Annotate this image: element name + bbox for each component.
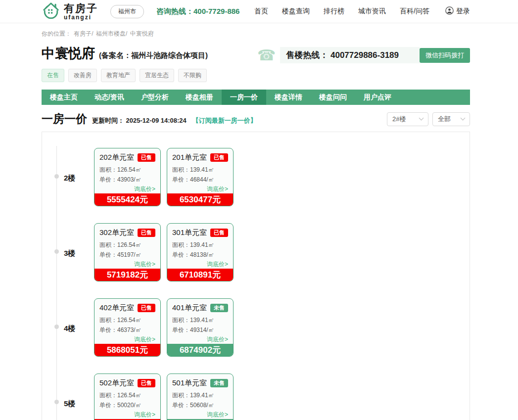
status-badge: 已售 [138,304,155,312]
unit-price-value: 50020/㎡ [117,402,141,409]
logo-title: 有房子 [64,3,98,13]
unit-price-label: 单价： [99,402,117,409]
unit-filter-value: 全部 [438,115,451,124]
login-button[interactable]: 登录 [445,6,470,16]
tab-floorplan-analysis[interactable]: 户型分析 [133,90,177,105]
total-price: 6530477元 [167,193,233,206]
area-value: 126.54㎡ [117,317,141,324]
wechat-scan-call-button[interactable]: 微信扫码拨打 [420,48,470,63]
area-label: 面积： [172,241,190,248]
area-label: 面积： [99,166,117,173]
logo-subtitle: ufangzi [64,14,98,20]
tab-photo-album[interactable]: 楼盘相册 [177,90,222,105]
unit-price-value: 46844/㎡ [190,176,214,183]
nav-item-home[interactable]: 首页 [254,7,268,16]
area-label: 面积： [99,317,117,324]
floor-label: 2楼 [64,174,75,183]
floor-label: 4楼 [64,324,75,333]
inquiry-link[interactable]: 询底价> [172,411,228,419]
inquiry-link[interactable]: 询底价> [99,260,155,269]
inquiry-link[interactable]: 询底价> [99,411,155,419]
floor-row-3: 3楼 302单元室 已售 面积：126.54㎡ 单价：45197/㎡ 询底价> … [42,223,470,298]
area-value: 139.41㎡ [190,241,214,248]
total-price: 5555424元 [94,193,160,206]
tab-home[interactable]: 楼盘主页 [42,90,86,105]
unit-title: 502单元室 [99,378,134,388]
unit-price-value: 50608/㎡ [190,402,214,409]
breadcrumb-item-home[interactable]: 有房子/ [74,30,93,37]
unit-title: 202单元室 [99,153,134,162]
inquiry-link[interactable]: 询底价> [172,335,228,344]
unit-title: 402单元室 [99,303,134,313]
phone-icon: ☎ [257,48,276,63]
page-title: 中寰悦府 [42,45,95,62]
update-time: 更新时间： 2025-12-09 14:08:24 [92,116,187,125]
total-price: 5719182元 [94,269,160,281]
floor-row-4: 4楼 402单元室 已售 面积：126.54㎡ 单价：46373/㎡ 询底价> … [42,298,470,373]
unit-card-502[interactable]: 502单元室 已售 面积：126.54㎡ 单价：50020/㎡ 询底价> 632… [94,373,161,420]
section-head: 一房一价 更新时间： 2025-12-09 14:08:24 【订阅最新一房一价… [42,111,470,127]
tab-news[interactable]: 动态/资讯 [86,90,133,105]
inquiry-link[interactable]: 询底价> [99,335,155,344]
breadcrumb-item-city-listings[interactable]: 福州市楼盘/ [96,30,127,37]
tab-qa[interactable]: 楼盘问问 [311,90,355,105]
area-value: 126.54㎡ [117,241,141,248]
unit-price-label: 单价： [172,251,190,258]
unit-card-201[interactable]: 201单元室 已售 面积：139.41㎡ 单价：46844/㎡ 询底价> 653… [167,148,234,206]
area-label: 面积： [99,392,117,399]
status-badge: 已售 [210,153,228,162]
tag-no-restriction: 不限购 [178,69,207,82]
inquiry-link[interactable]: 询底价> [172,260,228,269]
city-selector[interactable]: 福州市 [110,5,144,18]
tab-reviews[interactable]: 用户点评 [355,90,400,105]
floor-dot [54,400,59,404]
unit-card-301[interactable]: 301单元室 已售 面积：139.41㎡ 单价：48138/㎡ 询底价> 671… [167,223,234,281]
property-tab-bar: 楼盘主页 动态/资讯 户型分析 楼盘相册 一房一价 楼盘详情 楼盘问问 用户点评 [42,90,470,105]
unit-filter-select[interactable]: 全部 [432,112,470,126]
unit-title: 501单元室 [172,378,207,388]
status-badge: 已售 [210,229,228,237]
floor-dot [54,174,59,179]
unit-price-label: 单价： [172,176,190,183]
status-badge: 已售 [138,153,155,162]
nav-item-wiki-qa[interactable]: 百科/问答 [400,7,429,16]
tab-details[interactable]: 楼盘详情 [266,90,311,105]
subscribe-link[interactable]: 【订阅最新一房一价】 [192,116,257,125]
nav-item-search[interactable]: 楼盘查询 [282,7,310,16]
unit-title: 301单元室 [172,228,207,237]
unit-price-panel: 2楼 202单元室 已售 面积：126.54㎡ 单价：43903/㎡ 询底价> … [42,132,470,420]
unit-card-501[interactable]: 501单元室 未售 面积：139.41㎡ 单价：50608/㎡ 询底价> 705… [167,373,234,420]
user-icon [445,6,454,16]
tag-livable: 宜居生态 [140,69,174,82]
floor-dot [54,325,59,329]
property-header: 中寰悦府 (备案名：福州斗池路综合体项目) 在售 改善房 教育地产 宜居生态 不… [42,45,470,82]
nav-item-city-news[interactable]: 城市资讯 [358,7,386,16]
area-value: 126.54㎡ [117,392,141,399]
logo[interactable]: 有房子 ufangzi [42,1,98,22]
unit-title: 201单元室 [172,153,207,162]
top-bar: 有房子 ufangzi 福州市 咨询热线：400-7729-886 首页 楼盘查… [0,0,518,23]
unit-price-value: 49314/㎡ [190,327,214,333]
unit-price-label: 单价： [172,327,190,333]
unit-card-402[interactable]: 402单元室 已售 面积：126.54㎡ 单价：46373/㎡ 询底价> 586… [94,298,161,357]
building-filter-value: 2#楼 [392,115,406,124]
unit-card-302[interactable]: 302单元室 已售 面积：126.54㎡ 单价：45197/㎡ 询底价> 571… [94,223,161,281]
floor-label: 3楼 [64,249,75,258]
chevron-down-icon [461,116,466,121]
floor-dot [54,249,59,254]
status-badge: 已售 [138,229,155,237]
inquiry-link[interactable]: 询底价> [99,185,155,193]
area-label: 面积： [99,241,117,248]
inquiry-link[interactable]: 询底价> [172,185,228,193]
area-value: 139.41㎡ [190,166,214,173]
floor-row-2: 2楼 202单元室 已售 面积：126.54㎡ 单价：43903/㎡ 询底价> … [42,148,470,223]
unit-card-202[interactable]: 202单元室 已售 面积：126.54㎡ 单价：43903/㎡ 询底价> 555… [94,148,161,206]
tab-unit-prices[interactable]: 一房一价 [222,90,266,105]
unit-card-401[interactable]: 401单元室 未售 面积：139.41㎡ 单价：49314/㎡ 询底价> 687… [167,298,234,357]
unit-price-value: 45197/㎡ [117,251,141,258]
tag-on-sale: 在售 [42,69,64,82]
building-filter-select[interactable]: 2#楼 [387,112,428,126]
property-alias: (备案名：福州斗池路综合体项目) [99,51,208,60]
nav-item-ranking[interactable]: 排行榜 [324,7,344,16]
floor-label: 5楼 [64,399,75,409]
